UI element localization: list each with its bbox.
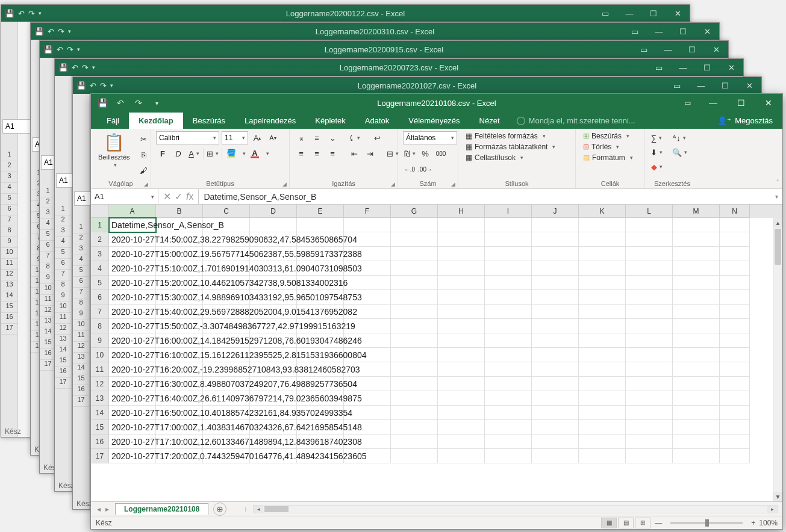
cell[interactable]: 2020-10-27T16:10:00Z,15.161226112395525,… — [109, 348, 156, 362]
cell[interactable] — [438, 406, 485, 420]
cell[interactable] — [391, 261, 438, 276]
row-header[interactable]: 9 — [91, 333, 109, 348]
spreadsheet-grid[interactable]: ABCDEFGHIJKLMN1Datetime,Sensor_A,Sensor_… — [91, 205, 782, 501]
cell[interactable] — [579, 319, 626, 333]
cell[interactable] — [720, 247, 750, 261]
scroll-right-icon[interactable]: ▸ — [767, 506, 777, 513]
cell[interactable] — [532, 348, 579, 362]
cell[interactable] — [720, 319, 750, 333]
italic-button[interactable]: D — [172, 147, 185, 160]
cell[interactable] — [532, 290, 579, 305]
cell[interactable] — [438, 348, 485, 362]
cell[interactable] — [250, 218, 297, 232]
cell[interactable] — [391, 218, 438, 232]
cell[interactable] — [485, 449, 532, 463]
tab-review[interactable]: Véleményezés — [399, 113, 469, 129]
cell[interactable] — [673, 290, 720, 305]
cell[interactable] — [626, 420, 673, 435]
cell[interactable] — [579, 261, 626, 276]
cell[interactable] — [438, 420, 485, 435]
comma-format-icon[interactable]: 000 — [434, 147, 448, 160]
font-launcher-icon[interactable]: ◢ — [282, 181, 287, 187]
cell[interactable] — [485, 290, 532, 305]
cell[interactable] — [626, 435, 673, 449]
scroll-thumb[interactable] — [775, 229, 781, 265]
horizontal-scrollbar[interactable]: ◂ ▸ — [253, 505, 778, 513]
cell[interactable] — [579, 333, 626, 348]
cell[interactable] — [673, 420, 720, 435]
align-launcher-icon[interactable]: ◢ — [391, 181, 395, 187]
tab-page-layout[interactable]: Lapelrendezés — [235, 113, 305, 129]
cell[interactable] — [532, 218, 579, 232]
column-header[interactable]: I — [485, 205, 532, 218]
fill-color-icon[interactable]: 🪣 — [225, 147, 238, 160]
row-header[interactable]: 4 — [91, 261, 109, 276]
scroll-down-icon[interactable]: ▼ — [773, 492, 782, 501]
cell[interactable] — [626, 261, 673, 276]
cell[interactable] — [344, 276, 391, 290]
cell[interactable] — [673, 449, 720, 463]
column-header[interactable]: F — [344, 205, 391, 218]
cell[interactable] — [532, 377, 579, 391]
cell[interactable] — [532, 276, 579, 290]
zoom-slider[interactable] — [670, 522, 743, 524]
cell[interactable] — [579, 232, 626, 247]
cell[interactable] — [391, 449, 438, 463]
cell[interactable] — [626, 276, 673, 290]
cell[interactable] — [391, 406, 438, 420]
column-header[interactable]: G — [391, 205, 438, 218]
cell[interactable] — [532, 449, 579, 463]
cell[interactable] — [720, 305, 750, 319]
cell[interactable] — [391, 305, 438, 319]
align-middle-icon[interactable]: ≡ — [310, 131, 323, 144]
column-header[interactable]: M — [673, 205, 720, 218]
cell[interactable] — [438, 276, 485, 290]
cell[interactable] — [391, 276, 438, 290]
cell[interactable] — [579, 420, 626, 435]
cancel-formula-icon[interactable]: ✕ — [163, 191, 171, 202]
name-box[interactable]: A1▾ — [91, 189, 158, 204]
cell[interactable] — [391, 333, 438, 348]
align-right-icon[interactable]: ≡ — [326, 147, 339, 160]
cell[interactable] — [673, 406, 720, 420]
cell[interactable] — [485, 261, 532, 276]
cell[interactable]: 2020-10-27T15:40:00Z,29.569728882052004,… — [109, 305, 156, 319]
tab-view[interactable]: Nézet — [470, 113, 510, 129]
cell[interactable]: 2020-10-27T17:10:00Z,12.601334671489894,… — [109, 435, 156, 449]
copy-icon[interactable]: ⎘ — [137, 148, 151, 161]
cell[interactable] — [438, 435, 485, 449]
cell[interactable] — [485, 377, 532, 391]
insert-cells-button[interactable]: ⊞Beszúrás▾ — [581, 131, 632, 141]
cell[interactable] — [579, 348, 626, 362]
align-bottom-icon[interactable]: ⌄ — [326, 131, 339, 144]
cell[interactable] — [391, 391, 438, 406]
cell[interactable] — [673, 435, 720, 449]
cell[interactable] — [626, 406, 673, 420]
cell[interactable] — [626, 377, 673, 391]
cell[interactable] — [626, 232, 673, 247]
underline-button[interactable]: A▾ — [187, 147, 201, 160]
zoom-in-button[interactable]: + — [751, 519, 755, 527]
cell[interactable] — [579, 377, 626, 391]
cell[interactable] — [579, 449, 626, 463]
column-header[interactable]: D — [250, 205, 297, 218]
wrap-text-icon[interactable]: ↩ — [370, 131, 384, 144]
cell[interactable] — [438, 377, 485, 391]
cell[interactable] — [673, 247, 720, 261]
delete-cells-button[interactable]: ⊟Törlés▾ — [581, 142, 622, 152]
cell[interactable]: 2020-10-27T15:00:00Z,19.567577145062387,… — [109, 247, 156, 261]
cell[interactable] — [626, 319, 673, 333]
column-header[interactable]: N — [720, 205, 750, 218]
tab-insert[interactable]: Beszúrás — [183, 113, 235, 129]
fill-icon[interactable]: ⬇▾ — [650, 146, 663, 159]
format-as-table-button[interactable]: ▦Formázás táblázatként▾ — [463, 142, 558, 152]
tab-formulas[interactable]: Képletek — [305, 113, 355, 129]
hscroll-thumb[interactable] — [264, 506, 289, 512]
cell[interactable] — [673, 362, 720, 377]
cell[interactable] — [579, 290, 626, 305]
row-header[interactable]: 14 — [91, 406, 109, 420]
clear-icon[interactable]: ◆▾ — [650, 160, 663, 173]
cell[interactable]: 2020-10-27T16:30:00Z,8.498807037249207,7… — [109, 377, 156, 391]
column-header[interactable]: B — [156, 205, 203, 218]
formula-input[interactable]: Datetime,Sensor_A,Sensor_B — [199, 189, 770, 204]
